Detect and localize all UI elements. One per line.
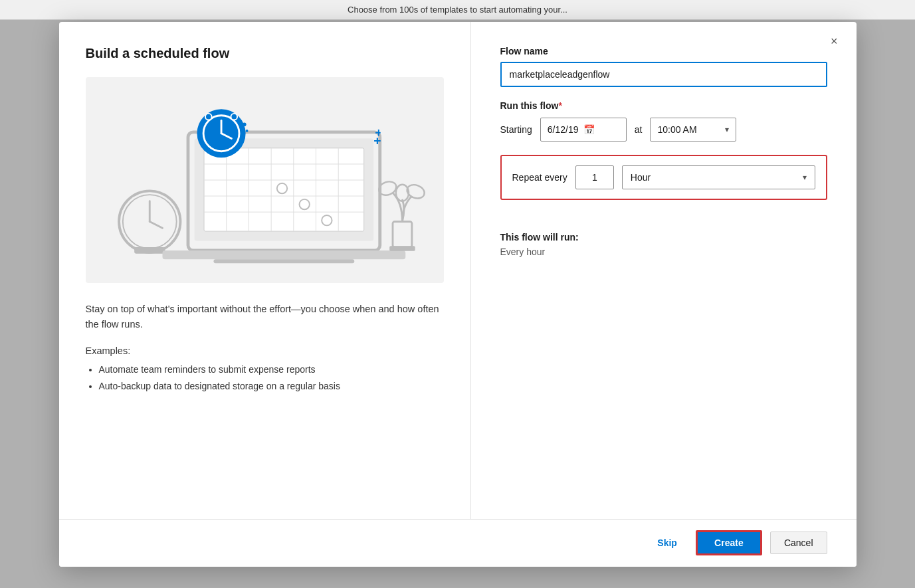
run-this-flow-label: Run this flow*: [500, 100, 827, 111]
repeat-unit-value: Hour: [631, 172, 651, 183]
examples-title: Examples:: [86, 345, 444, 356]
chevron-down-icon: ▾: [803, 173, 807, 182]
time-value: 10:00 AM: [657, 124, 696, 135]
svg-rect-34: [389, 246, 415, 251]
create-button[interactable]: Create: [696, 530, 762, 555]
chevron-down-icon: ▾: [725, 125, 729, 134]
date-picker[interactable]: 6/12/19 📅: [540, 118, 627, 142]
time-picker[interactable]: 10:00 AM ▾: [650, 118, 736, 142]
example-item-2: Auto-backup data to designated storage o…: [99, 378, 444, 395]
svg-rect-5: [134, 247, 165, 254]
svg-point-32: [245, 129, 248, 132]
example-item-1: Automate team reminders to submit expens…: [99, 361, 444, 378]
flow-name-group: Flow name: [500, 46, 827, 87]
modal-description: Stay on top of what's important without …: [86, 302, 444, 332]
modal-left-panel: Build a scheduled flow: [59, 22, 471, 519]
modal-title: Build a scheduled flow: [86, 46, 444, 61]
illustration: +: [86, 77, 444, 283]
svg-rect-23: [213, 259, 354, 263]
flow-will-run-section: This flow will run: Every hour: [500, 232, 827, 257]
flow-will-run-desc: Every hour: [500, 246, 827, 257]
flow-will-run-title: This flow will run:: [500, 232, 827, 243]
modal-right-panel: Flow name Run this flow* Starting 6/12/1…: [471, 22, 857, 519]
modal-container: × Build a scheduled flow: [59, 22, 857, 567]
examples-list: Automate team reminders to submit expens…: [86, 361, 444, 395]
flow-name-label: Flow name: [500, 46, 827, 56]
repeat-every-label: Repeat every: [512, 172, 567, 183]
repeat-number-input[interactable]: [575, 165, 614, 189]
svg-point-29: [205, 113, 211, 120]
repeat-every-box: Repeat every Hour ▾: [500, 155, 827, 200]
at-label: at: [635, 124, 643, 135]
svg-point-31: [242, 122, 246, 126]
run-this-flow-group: Run this flow* Starting 6/12/19 📅 at 10: [500, 100, 827, 216]
starting-label: Starting: [500, 124, 532, 135]
close-button[interactable]: ×: [825, 33, 843, 50]
svg-rect-8: [204, 147, 364, 231]
calendar-icon: 📅: [583, 124, 595, 135]
modal-footer: Skip Create Cancel: [59, 519, 857, 567]
repeat-unit-select[interactable]: Hour ▾: [622, 165, 815, 189]
starting-row: Starting 6/12/19 📅 at 10:00 AM ▾: [500, 118, 827, 142]
svg-rect-22: [162, 250, 405, 258]
svg-text:+: +: [373, 134, 381, 147]
svg-rect-40: [377, 129, 379, 136]
svg-point-30: [231, 113, 237, 120]
flow-name-input[interactable]: [500, 62, 827, 87]
date-value: 6/12/19: [548, 124, 579, 135]
cancel-button[interactable]: Cancel: [770, 532, 827, 554]
skip-button[interactable]: Skip: [647, 532, 688, 553]
